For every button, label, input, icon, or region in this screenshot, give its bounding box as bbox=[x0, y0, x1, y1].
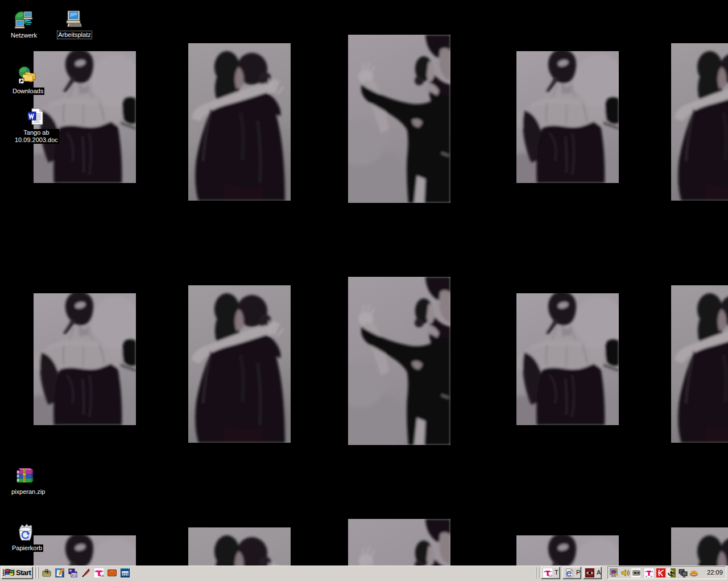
svg-text:4.0: 4.0 bbox=[100, 574, 104, 577]
svg-text:4.0: 4.0 bbox=[548, 574, 552, 577]
